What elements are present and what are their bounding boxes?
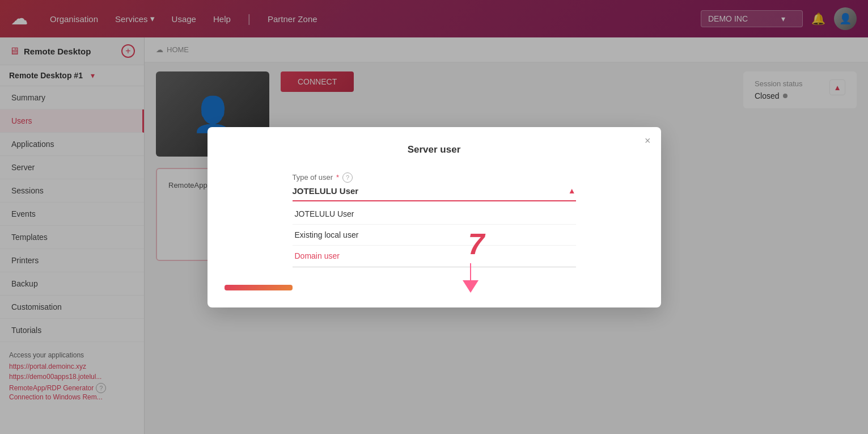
option-jotelulu-user[interactable]: JOTELULU User (293, 204, 576, 225)
dropdown-options-list: JOTELULU User Existing local user Domain… (293, 204, 576, 268)
dropdown-selected-value[interactable]: JOTELULU User ▲ (293, 186, 576, 196)
modal-close-button[interactable]: × (645, 135, 651, 147)
next-btn-gradient[interactable] (225, 285, 293, 290)
modal-footer (225, 285, 644, 290)
required-indicator: * (336, 173, 339, 182)
modal-title: Server user (225, 144, 644, 155)
modal-form: Type of user * ? JOTELULU User ▲ JOTELUL… (293, 172, 576, 268)
field-label: Type of user * ? (293, 172, 576, 183)
modal-overlay[interactable]: Server user × 7 Type of user * ? JOTELUL… (0, 0, 868, 434)
server-user-modal: Server user × 7 Type of user * ? JOTELUL… (208, 127, 661, 307)
option-domain-user[interactable]: Domain user (293, 246, 576, 267)
dropdown-arrow-icon: ▲ (568, 186, 576, 195)
type-of-user-dropdown[interactable]: JOTELULU User ▲ (293, 186, 576, 201)
type-of-user-help-icon[interactable]: ? (342, 172, 353, 183)
option-existing-local[interactable]: Existing local user (293, 225, 576, 246)
